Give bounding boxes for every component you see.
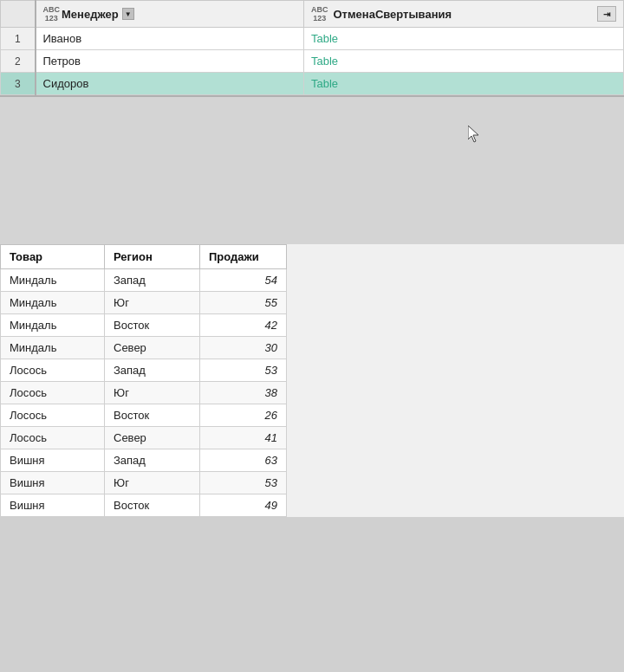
bottom-data-table: Товар Регион Продажи МиндальЗапад54Минда… bbox=[0, 244, 287, 517]
row-number-cell: 3 bbox=[1, 73, 36, 95]
bottom-table-row: ЛососьЮг38 bbox=[1, 382, 287, 404]
tovar-column-header: Товар bbox=[1, 245, 105, 269]
region-cell: Север bbox=[105, 337, 200, 359]
manager-cell: Сидоров bbox=[36, 73, 304, 95]
row-number-header bbox=[1, 1, 36, 28]
top-section: ABC123 Менеджер ▼ ABC123 ОтменаСвертыван… bbox=[0, 0, 624, 97]
sort-arrow-icon[interactable]: ▼ bbox=[122, 8, 134, 20]
prodazhi-cell: 53 bbox=[200, 359, 287, 382]
empty-canvas-area bbox=[0, 97, 624, 244]
prodazhi-column-header: Продажи bbox=[200, 245, 287, 269]
drilldown-cell[interactable]: Table bbox=[304, 50, 624, 73]
bottom-table-row: МиндальЮг55 bbox=[1, 292, 287, 314]
drilldown-column-header: ABC123 ОтменаСвертывания ⇥ bbox=[304, 1, 624, 28]
bottom-table-row: ЛососьВосток26 bbox=[1, 404, 287, 427]
tovar-cell: Миндаль bbox=[1, 314, 105, 337]
top-table-row[interactable]: 1ИвановTable bbox=[1, 28, 624, 50]
row-number-cell: 1 bbox=[1, 28, 36, 50]
tovar-cell: Миндаль bbox=[1, 292, 105, 314]
bottom-table-row: ЛососьСевер41 bbox=[1, 427, 287, 449]
region-cell: Восток bbox=[105, 494, 200, 517]
drilldown-cell[interactable]: Table bbox=[304, 73, 624, 95]
manager-cell: Иванов bbox=[36, 28, 304, 50]
manager-cell: Петров bbox=[36, 50, 304, 73]
drilldown-type-icon: ABC123 bbox=[311, 5, 328, 23]
region-cell: Восток bbox=[105, 314, 200, 337]
tovar-cell: Лосось bbox=[1, 427, 105, 449]
manager-header-label: Менеджер bbox=[62, 8, 119, 21]
prodazhi-cell: 49 bbox=[200, 494, 287, 517]
prodazhi-cell: 55 bbox=[200, 292, 287, 314]
prodazhi-cell: 42 bbox=[200, 314, 287, 337]
bottom-section: Товар Регион Продажи МиндальЗапад54Минда… bbox=[0, 244, 624, 517]
tovar-cell: Вишня bbox=[1, 449, 105, 472]
drilldown-expand-button[interactable]: ⇥ bbox=[597, 6, 616, 22]
bottom-table-row: МиндальСевер30 bbox=[1, 337, 287, 359]
bottom-table-row: ЛососьЗапад53 bbox=[1, 359, 287, 382]
tovar-cell: Лосось bbox=[1, 404, 105, 427]
prodazhi-cell: 38 bbox=[200, 382, 287, 404]
prodazhi-cell: 26 bbox=[200, 404, 287, 427]
tovar-cell: Миндаль bbox=[1, 337, 105, 359]
region-cell: Восток bbox=[105, 404, 200, 427]
tovar-cell: Вишня bbox=[1, 472, 105, 494]
prodazhi-cell: 63 bbox=[200, 449, 287, 472]
region-cell: Запад bbox=[105, 269, 200, 292]
tovar-cell: Лосось bbox=[1, 359, 105, 382]
top-table-row[interactable]: 3СидоровTable bbox=[1, 73, 624, 95]
prodazhi-cell: 41 bbox=[200, 427, 287, 449]
manager-column-header: ABC123 Менеджер ▼ bbox=[36, 1, 304, 28]
region-column-header: Регион bbox=[105, 245, 200, 269]
row-number-cell: 2 bbox=[1, 50, 36, 73]
bottom-table-row: ВишняЗапад63 bbox=[1, 449, 287, 472]
prodazhi-cell: 53 bbox=[200, 472, 287, 494]
tovar-cell: Вишня bbox=[1, 494, 105, 517]
tovar-cell: Миндаль bbox=[1, 269, 105, 292]
region-cell: Юг bbox=[105, 292, 200, 314]
top-table-row[interactable]: 2ПетровTable bbox=[1, 50, 624, 73]
drilldown-cell[interactable]: Table bbox=[304, 28, 624, 50]
top-table: ABC123 Менеджер ▼ ABC123 ОтменаСвертыван… bbox=[0, 0, 624, 95]
manager-type-icon: ABC123 bbox=[43, 5, 61, 23]
region-cell: Запад bbox=[105, 449, 200, 472]
drilldown-header-label: ОтменаСвертывания bbox=[334, 8, 452, 21]
region-cell: Север bbox=[105, 427, 200, 449]
tovar-cell: Лосось bbox=[1, 382, 105, 404]
bottom-table-row: ВишняЮг53 bbox=[1, 472, 287, 494]
prodazhi-cell: 54 bbox=[200, 269, 287, 292]
bottom-table-row: МиндальВосток42 bbox=[1, 314, 287, 337]
region-cell: Юг bbox=[105, 472, 200, 494]
bottom-table-row: МиндальЗапад54 bbox=[1, 269, 287, 292]
prodazhi-cell: 30 bbox=[200, 337, 287, 359]
region-cell: Юг bbox=[105, 382, 200, 404]
region-cell: Запад bbox=[105, 359, 200, 382]
bottom-table-row: ВишняВосток49 bbox=[1, 494, 287, 517]
